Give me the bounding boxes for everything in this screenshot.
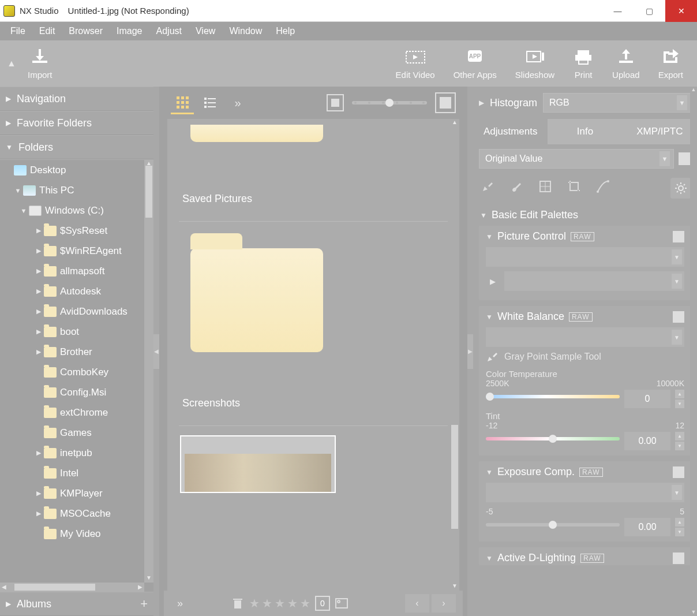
- maximize-button[interactable]: ▢: [634, 0, 665, 22]
- preset-select[interactable]: Original Value▼: [479, 149, 674, 169]
- tint-stepper[interactable]: ▲▼: [675, 431, 684, 451]
- folder-item-saved-pictures[interactable]: Saved Pictures: [179, 119, 448, 222]
- more-views-button[interactable]: »: [226, 91, 249, 114]
- exposure-comp-select[interactable]: ▼: [486, 483, 684, 502]
- collapse-sidebar-button[interactable]: ▲: [5, 58, 18, 69]
- menu-browser[interactable]: Browser: [62, 24, 110, 39]
- tab-info[interactable]: Info: [548, 119, 622, 144]
- slider-thumb[interactable]: [486, 393, 494, 401]
- gray-point-tool[interactable]: Gray Point Sample Tool: [486, 350, 684, 363]
- crop-icon[interactable]: [565, 178, 583, 195]
- delete-rating-button[interactable]: [228, 594, 247, 613]
- menu-help[interactable]: Help: [269, 24, 302, 39]
- tree-expand-icon[interactable]: [33, 288, 44, 295]
- tree-row[interactable]: This PC: [0, 180, 144, 200]
- step-down-icon[interactable]: ▼: [675, 400, 684, 408]
- tree-row[interactable]: Autodesk: [0, 281, 144, 301]
- scroll-up-icon[interactable]: ▲: [690, 87, 697, 94]
- step-up-icon[interactable]: ▲: [675, 432, 684, 440]
- tint-value[interactable]: 0.00: [624, 432, 670, 450]
- collapse-icon[interactable]: ▼: [486, 233, 493, 241]
- tree-row[interactable]: allmapsoft: [0, 261, 144, 281]
- minimize-button[interactable]: —: [602, 0, 634, 22]
- expand-thumbs-button[interactable]: »: [171, 594, 189, 613]
- tree-row[interactable]: ComboKey: [0, 362, 144, 382]
- collapse-icon[interactable]: ▼: [486, 554, 493, 562]
- folders-panel-header[interactable]: Folders: [0, 135, 153, 159]
- tree-expand-icon[interactable]: [33, 308, 44, 315]
- print-button[interactable]: Print: [564, 40, 603, 87]
- tree-expand-icon[interactable]: [33, 247, 44, 255]
- star-2[interactable]: ★: [262, 596, 272, 610]
- splitter-grip-icon[interactable]: ▶: [467, 334, 473, 369]
- color-temp-slider[interactable]: [486, 395, 620, 398]
- tree-expand-icon[interactable]: [33, 267, 44, 275]
- zoom-out-button[interactable]: [327, 94, 344, 111]
- menu-window[interactable]: Window: [222, 24, 269, 39]
- play-icon[interactable]: ▶: [486, 274, 500, 288]
- step-down-icon[interactable]: ▼: [675, 528, 684, 536]
- step-down-icon[interactable]: ▼: [675, 442, 684, 450]
- favorite-folders-panel-header[interactable]: Favorite Folders: [0, 111, 153, 135]
- thumbnail-size-slider[interactable]: [352, 101, 427, 104]
- tint-slider[interactable]: [486, 437, 620, 440]
- step-up-icon[interactable]: ▲: [675, 518, 684, 527]
- scroll-down-icon[interactable]: ▼: [144, 574, 153, 583]
- tree-expand-icon[interactable]: [33, 510, 44, 517]
- active-d-lighting-toggle[interactable]: [673, 552, 684, 564]
- scroll-down-icon[interactable]: ▼: [450, 583, 459, 591]
- tree-expand-icon[interactable]: [33, 227, 44, 234]
- scroll-thumb[interactable]: [451, 425, 458, 529]
- slideshow-button[interactable]: Slideshow: [506, 40, 564, 87]
- tree-row[interactable]: extChrome: [0, 402, 144, 423]
- label-button[interactable]: [332, 594, 351, 613]
- histogram-header[interactable]: ▶ Histogram RGB▼: [473, 87, 697, 119]
- scroll-up-icon[interactable]: ▲: [450, 119, 459, 127]
- menu-file[interactable]: File: [3, 24, 32, 39]
- tree-row[interactable]: MSOCache: [0, 503, 144, 524]
- tree-row[interactable]: Desktop: [0, 160, 144, 180]
- upload-button[interactable]: Upload: [603, 40, 649, 87]
- curve-icon[interactable]: [594, 178, 612, 195]
- tree-row[interactable]: My Video: [0, 524, 144, 544]
- color-temp-value[interactable]: 0: [624, 390, 670, 408]
- tree-row[interactable]: inetpub: [0, 443, 144, 463]
- color-temp-stepper[interactable]: ▲▼: [675, 389, 684, 409]
- scroll-right-icon[interactable]: ▶: [136, 583, 144, 592]
- scroll-left-icon[interactable]: ◀: [0, 583, 8, 592]
- straighten-icon[interactable]: [537, 178, 554, 195]
- collapse-icon[interactable]: ▼: [486, 313, 493, 321]
- step-up-icon[interactable]: ▲: [675, 390, 684, 398]
- menu-view[interactable]: View: [189, 24, 222, 39]
- tree-row[interactable]: KMPlayer: [0, 483, 144, 503]
- tree-row[interactable]: Intel: [0, 463, 144, 483]
- add-album-button[interactable]: +: [140, 596, 148, 611]
- edit-video-button[interactable]: Edit Video: [387, 40, 444, 87]
- tree-expand-icon[interactable]: [33, 348, 44, 356]
- exposure-slider[interactable]: [486, 523, 620, 527]
- prev-image-button[interactable]: ‹: [405, 594, 429, 613]
- white-balance-select[interactable]: ▼: [486, 327, 684, 347]
- white-balance-toggle[interactable]: [673, 311, 684, 323]
- tree-expand-icon[interactable]: [33, 490, 44, 497]
- albums-panel-header[interactable]: Albums+: [0, 592, 153, 616]
- menu-edit[interactable]: Edit: [32, 24, 62, 39]
- slider-thumb[interactable]: [385, 99, 394, 107]
- slider-thumb[interactable]: [549, 521, 557, 529]
- tree-expand-icon[interactable]: [18, 207, 29, 214]
- splitter-grip-icon[interactable]: ◀: [153, 334, 159, 369]
- right-splitter[interactable]: ▶: [467, 87, 473, 616]
- exposure-comp-toggle[interactable]: [673, 466, 684, 478]
- grid-view-button[interactable]: [171, 91, 194, 114]
- tree-expand-icon[interactable]: [33, 328, 44, 335]
- eyedropper-icon[interactable]: [479, 178, 496, 195]
- scroll-thumb[interactable]: [145, 166, 152, 218]
- brush-icon[interactable]: [508, 178, 525, 195]
- tree-row[interactable]: Config.Msi: [0, 382, 144, 402]
- tree-horizontal-scrollbar[interactable]: ◀▶: [0, 583, 144, 592]
- slider-thumb[interactable]: [549, 435, 557, 443]
- basic-edit-section-header[interactable]: ▼Basic Edit Palettes: [479, 204, 691, 226]
- zoom-in-button[interactable]: [435, 92, 456, 113]
- tree-expand-icon[interactable]: [33, 449, 44, 457]
- star-3[interactable]: ★: [275, 596, 285, 610]
